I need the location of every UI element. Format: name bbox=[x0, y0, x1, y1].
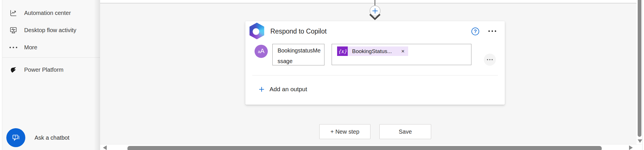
scroll-left-arrow-icon[interactable] bbox=[103, 145, 107, 150]
output-name-input[interactable]: BookingstatusMessage bbox=[272, 44, 324, 65]
sidebar: Automation center Desktop flow activity … bbox=[2, 0, 100, 150]
scroll-right-arrow-icon[interactable] bbox=[629, 145, 633, 150]
new-step-button[interactable]: + New step bbox=[319, 124, 370, 139]
sidebar-item-automation-center[interactable]: Automation center bbox=[2, 5, 100, 20]
plus-icon bbox=[372, 7, 379, 14]
chat-question-icon: ? bbox=[11, 133, 20, 142]
canvas-right-rule bbox=[642, 0, 643, 150]
token-label: BookingStatus... bbox=[352, 48, 392, 54]
add-output-button[interactable]: Add an output bbox=[259, 85, 307, 93]
vertical-scrollbar-thumb[interactable] bbox=[638, 0, 641, 137]
ellipsis-icon bbox=[9, 43, 17, 51]
sidebar-item-label: More bbox=[24, 44, 37, 51]
remove-token-icon[interactable]: ✕ bbox=[401, 49, 405, 54]
help-icon[interactable]: ? bbox=[471, 28, 479, 35]
sidebar-item-label: Desktop flow activity bbox=[24, 27, 76, 34]
copilot-logo-icon bbox=[249, 23, 265, 39]
card-menu-button[interactable] bbox=[488, 30, 496, 32]
sidebar-item-label: Automation center bbox=[24, 10, 71, 16]
expression-fx-icon: {x} bbox=[337, 46, 348, 56]
connector-line bbox=[374, 0, 375, 6]
horizontal-scrollbar-thumb[interactable] bbox=[127, 146, 602, 150]
power-platform-icon bbox=[9, 66, 17, 74]
ellipsis-icon bbox=[487, 59, 493, 60]
card-divider bbox=[252, 75, 498, 75]
output-type-badge: aA bbox=[255, 45, 268, 58]
save-button[interactable]: Save bbox=[379, 124, 431, 139]
chatbot-label: Ask a chatbot bbox=[35, 135, 69, 141]
monitor-pulse-icon bbox=[9, 26, 17, 34]
sidebar-item-desktop-flow-activity[interactable]: Desktop flow activity bbox=[2, 23, 100, 38]
action-card-respond-to-copilot: Respond to Copilot ? aA BookingstatusMes… bbox=[245, 21, 505, 105]
action-card-title: Respond to Copilot bbox=[270, 28, 327, 35]
chatbot-button[interactable]: ? bbox=[6, 128, 25, 147]
output-name-value: BookingstatusMessage bbox=[278, 47, 321, 64]
flow-designer-screen: Automation center Desktop flow activity … bbox=[0, 0, 644, 150]
add-output-label: Add an output bbox=[270, 86, 307, 93]
ellipsis-icon bbox=[488, 30, 496, 32]
canvas-top-strip bbox=[100, 0, 637, 3]
trend-chart-icon bbox=[9, 9, 17, 17]
output-row-menu-button[interactable] bbox=[484, 54, 496, 66]
plus-icon bbox=[259, 86, 265, 92]
sidebar-item-power-platform[interactable]: Power Platform bbox=[2, 62, 100, 77]
svg-text:?: ? bbox=[14, 135, 16, 139]
connector-arrow-icon bbox=[369, 14, 381, 20]
scroll-down-arrow-icon[interactable] bbox=[638, 139, 642, 143]
sidebar-divider bbox=[2, 57, 100, 58]
action-card-header[interactable]: Respond to Copilot ? bbox=[245, 21, 505, 42]
sidebar-item-more[interactable]: More bbox=[2, 40, 100, 55]
output-value-input[interactable]: {x} BookingStatus... ✕ bbox=[332, 44, 471, 65]
sidebar-item-label: Power Platform bbox=[24, 67, 64, 73]
dynamic-content-token[interactable]: {x} BookingStatus... ✕ bbox=[337, 46, 408, 56]
